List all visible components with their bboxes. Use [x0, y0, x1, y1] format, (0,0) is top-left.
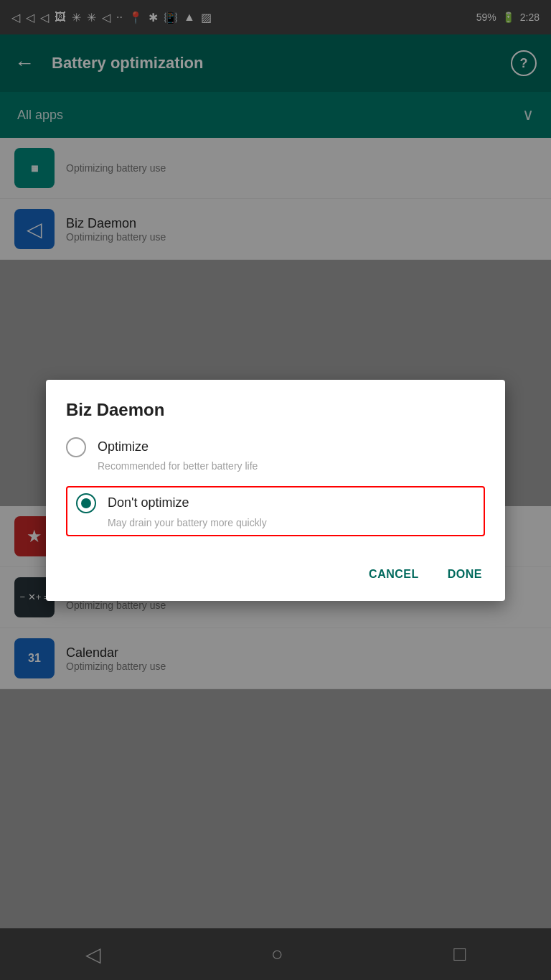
radio-button-optimize[interactable]	[66, 437, 86, 457]
radio-label-optimize: Optimize	[98, 439, 149, 454]
radio-option-dont-optimize[interactable]: Don't optimize May drain your battery mo…	[66, 486, 485, 536]
radio-button-dont-optimize[interactable]	[76, 493, 96, 513]
radio-option-optimize[interactable]: Optimize Recommended for better battery …	[66, 437, 485, 472]
radio-desc-optimize: Recommended for better battery life	[98, 460, 485, 472]
dialog: Biz Daemon Optimize Recommended for bett…	[46, 380, 505, 601]
dialog-actions: CANCEL DONE	[66, 551, 485, 587]
cancel-button[interactable]: CANCEL	[366, 562, 422, 587]
radio-row-optimize: Optimize	[66, 437, 485, 457]
radio-row-dont-optimize: Don't optimize	[76, 493, 475, 513]
done-button[interactable]: DONE	[445, 562, 485, 587]
dialog-overlay: Biz Daemon Optimize Recommended for bett…	[0, 0, 551, 980]
radio-desc-dont-optimize: May drain your battery more quickly	[108, 517, 267, 528]
radio-label-dont-optimize: Don't optimize	[108, 495, 189, 510]
dialog-title: Biz Daemon	[66, 400, 485, 420]
